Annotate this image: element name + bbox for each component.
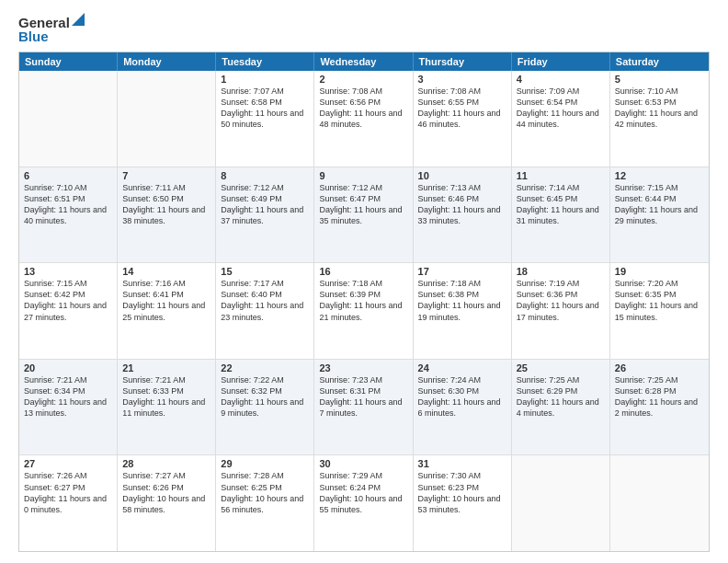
day-header-sunday: Sunday: [19, 52, 118, 71]
calendar-row-2: 6Sunrise: 7:10 AM Sunset: 6:51 PM Daylig…: [19, 167, 709, 264]
calendar-cell: 11Sunrise: 7:14 AM Sunset: 6:45 PM Dayli…: [512, 167, 610, 263]
day-header-saturday: Saturday: [610, 52, 709, 71]
day-info: Sunrise: 7:24 AM Sunset: 6:30 PM Dayligh…: [418, 374, 506, 419]
calendar-row-5: 27Sunrise: 7:26 AM Sunset: 6:27 PM Dayli…: [19, 455, 709, 551]
day-header-monday: Monday: [118, 52, 216, 71]
day-number: 5: [615, 74, 704, 85]
calendar-cell: 19Sunrise: 7:20 AM Sunset: 6:35 PM Dayli…: [610, 263, 709, 359]
day-number: 2: [319, 74, 407, 85]
day-number: 23: [319, 362, 407, 373]
day-info: Sunrise: 7:15 AM Sunset: 6:44 PM Dayligh…: [615, 182, 704, 227]
calendar-cell: 14Sunrise: 7:16 AM Sunset: 6:41 PM Dayli…: [118, 263, 216, 359]
day-info: Sunrise: 7:27 AM Sunset: 6:26 PM Dayligh…: [122, 470, 210, 515]
day-info: Sunrise: 7:11 AM Sunset: 6:50 PM Dayligh…: [122, 182, 210, 227]
day-info: Sunrise: 7:21 AM Sunset: 6:33 PM Dayligh…: [122, 374, 210, 419]
day-info: Sunrise: 7:19 AM Sunset: 6:36 PM Dayligh…: [517, 278, 605, 323]
calendar-row-3: 13Sunrise: 7:15 AM Sunset: 6:42 PM Dayli…: [19, 263, 709, 360]
day-number: 22: [221, 362, 309, 373]
day-info: Sunrise: 7:08 AM Sunset: 6:56 PM Dayligh…: [319, 86, 407, 131]
calendar-cell: 26Sunrise: 7:25 AM Sunset: 6:28 PM Dayli…: [610, 360, 709, 455]
calendar-cell: 25Sunrise: 7:25 AM Sunset: 6:29 PM Dayli…: [512, 360, 610, 455]
day-number: 11: [517, 170, 605, 181]
day-number: 4: [517, 74, 605, 85]
calendar-body: 1Sunrise: 7:07 AM Sunset: 6:58 PM Daylig…: [19, 71, 709, 551]
day-number: 18: [517, 266, 605, 277]
day-info: Sunrise: 7:23 AM Sunset: 6:31 PM Dayligh…: [319, 374, 407, 419]
calendar-cell: [118, 71, 216, 167]
day-number: 8: [221, 170, 309, 181]
logo-triangle: [72, 13, 85, 29]
day-number: 3: [418, 74, 506, 85]
day-number: 1: [221, 74, 309, 85]
day-info: Sunrise: 7:26 AM Sunset: 6:27 PM Dayligh…: [24, 470, 112, 515]
day-number: 6: [24, 170, 112, 181]
day-number: 17: [418, 266, 506, 277]
day-info: Sunrise: 7:10 AM Sunset: 6:51 PM Dayligh…: [24, 182, 112, 227]
calendar-cell: 9Sunrise: 7:12 AM Sunset: 6:47 PM Daylig…: [314, 167, 413, 263]
calendar-cell: 4Sunrise: 7:09 AM Sunset: 6:54 PM Daylig…: [512, 71, 610, 167]
calendar-cell: 3Sunrise: 7:08 AM Sunset: 6:55 PM Daylig…: [414, 71, 512, 167]
day-header-thursday: Thursday: [414, 52, 512, 71]
calendar-cell: 23Sunrise: 7:23 AM Sunset: 6:31 PM Dayli…: [314, 360, 413, 455]
day-number: 9: [319, 170, 407, 181]
day-info: Sunrise: 7:30 AM Sunset: 6:23 PM Dayligh…: [418, 470, 506, 515]
day-number: 24: [418, 362, 506, 373]
day-info: Sunrise: 7:07 AM Sunset: 6:58 PM Dayligh…: [221, 86, 309, 131]
day-info: Sunrise: 7:21 AM Sunset: 6:34 PM Dayligh…: [24, 374, 112, 419]
calendar-cell: 17Sunrise: 7:18 AM Sunset: 6:38 PM Dayli…: [414, 263, 512, 359]
day-info: Sunrise: 7:09 AM Sunset: 6:54 PM Dayligh…: [517, 86, 605, 131]
day-info: Sunrise: 7:20 AM Sunset: 6:35 PM Dayligh…: [615, 278, 704, 323]
day-info: Sunrise: 7:10 AM Sunset: 6:53 PM Dayligh…: [615, 86, 704, 131]
logo: General Blue: [18, 15, 85, 44]
calendar-cell: 10Sunrise: 7:13 AM Sunset: 6:46 PM Dayli…: [414, 167, 512, 263]
calendar-cell: 16Sunrise: 7:18 AM Sunset: 6:39 PM Dayli…: [314, 263, 413, 359]
calendar-cell: 5Sunrise: 7:10 AM Sunset: 6:53 PM Daylig…: [610, 71, 709, 167]
calendar-cell: 6Sunrise: 7:10 AM Sunset: 6:51 PM Daylig…: [19, 167, 118, 263]
calendar-row-1: 1Sunrise: 7:07 AM Sunset: 6:58 PM Daylig…: [19, 71, 709, 167]
day-info: Sunrise: 7:25 AM Sunset: 6:28 PM Dayligh…: [615, 374, 704, 419]
day-number: 14: [122, 266, 210, 277]
day-number: 19: [615, 266, 704, 277]
day-number: 20: [24, 362, 112, 373]
day-number: 7: [122, 170, 210, 181]
day-number: 16: [319, 266, 407, 277]
calendar-cell: 1Sunrise: 7:07 AM Sunset: 6:58 PM Daylig…: [216, 71, 314, 167]
calendar-cell: 20Sunrise: 7:21 AM Sunset: 6:34 PM Dayli…: [19, 360, 118, 455]
calendar-cell: 27Sunrise: 7:26 AM Sunset: 6:27 PM Dayli…: [19, 455, 118, 551]
calendar-cell: 28Sunrise: 7:27 AM Sunset: 6:26 PM Dayli…: [118, 455, 216, 551]
day-number: 12: [615, 170, 704, 181]
calendar-cell: 31Sunrise: 7:30 AM Sunset: 6:23 PM Dayli…: [414, 455, 512, 551]
day-number: 25: [517, 362, 605, 373]
day-number: 26: [615, 362, 704, 373]
day-number: 27: [24, 458, 112, 469]
page-header: General Blue: [18, 15, 710, 44]
day-number: 13: [24, 266, 112, 277]
day-info: Sunrise: 7:18 AM Sunset: 6:38 PM Dayligh…: [418, 278, 506, 323]
calendar-cell: 8Sunrise: 7:12 AM Sunset: 6:49 PM Daylig…: [216, 167, 314, 263]
day-info: Sunrise: 7:25 AM Sunset: 6:29 PM Dayligh…: [517, 374, 605, 419]
calendar-cell: 24Sunrise: 7:24 AM Sunset: 6:30 PM Dayli…: [414, 360, 512, 455]
calendar-cell: [19, 71, 118, 167]
calendar-header: SundayMondayTuesdayWednesdayThursdayFrid…: [19, 52, 709, 71]
day-number: 28: [122, 458, 210, 469]
calendar: SundayMondayTuesdayWednesdayThursdayFrid…: [18, 52, 710, 552]
day-number: 29: [221, 458, 309, 469]
day-info: Sunrise: 7:13 AM Sunset: 6:46 PM Dayligh…: [418, 182, 506, 227]
logo-blue: Blue: [18, 29, 49, 44]
calendar-cell: 29Sunrise: 7:28 AM Sunset: 6:25 PM Dayli…: [216, 455, 314, 551]
calendar-cell: 13Sunrise: 7:15 AM Sunset: 6:42 PM Dayli…: [19, 263, 118, 359]
calendar-cell: 22Sunrise: 7:22 AM Sunset: 6:32 PM Dayli…: [216, 360, 314, 455]
day-header-friday: Friday: [512, 52, 610, 71]
day-info: Sunrise: 7:16 AM Sunset: 6:41 PM Dayligh…: [122, 278, 210, 323]
calendar-cell: [512, 455, 610, 551]
svg-marker-0: [72, 13, 85, 26]
calendar-cell: 18Sunrise: 7:19 AM Sunset: 6:36 PM Dayli…: [512, 263, 610, 359]
calendar-cell: [610, 455, 709, 551]
day-header-tuesday: Tuesday: [216, 52, 314, 71]
calendar-cell: 30Sunrise: 7:29 AM Sunset: 6:24 PM Dayli…: [314, 455, 413, 551]
day-number: 10: [418, 170, 506, 181]
day-info: Sunrise: 7:22 AM Sunset: 6:32 PM Dayligh…: [221, 374, 309, 419]
day-info: Sunrise: 7:12 AM Sunset: 6:49 PM Dayligh…: [221, 182, 309, 227]
calendar-cell: 2Sunrise: 7:08 AM Sunset: 6:56 PM Daylig…: [314, 71, 413, 167]
day-info: Sunrise: 7:17 AM Sunset: 6:40 PM Dayligh…: [221, 278, 309, 323]
